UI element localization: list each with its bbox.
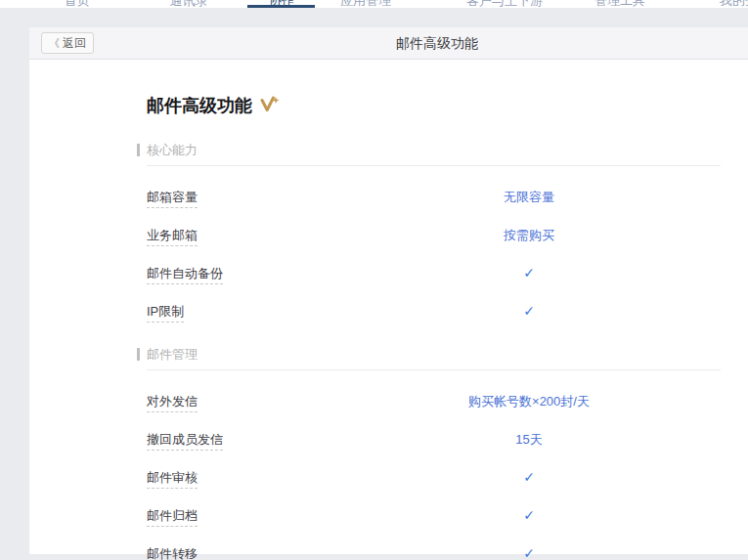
feature-row: 业务邮箱 按需购买	[147, 226, 721, 242]
back-chevron-icon: 《	[49, 36, 60, 51]
page-header: 《 返回 邮件高级功能	[29, 27, 748, 60]
back-button[interactable]: 《 返回	[41, 32, 94, 54]
feature-label[interactable]: IP限制	[147, 304, 184, 323]
section-heading-text: 邮件高级功能	[147, 94, 252, 117]
feature-label[interactable]: 对外发信	[147, 394, 198, 412]
section-divider	[147, 165, 721, 166]
feature-row: 邮件转移 ✓	[147, 544, 721, 560]
check-icon: ✓	[523, 265, 535, 280]
feature-row: 撤回成员发信 15天	[147, 430, 721, 447]
nav-tab-customers[interactable]: 客户与上下游	[466, 0, 543, 8]
nav-tab-tools[interactable]: 管理工具	[594, 0, 645, 8]
section-title: 核心能力	[147, 142, 198, 159]
nav-tab-home[interactable]: 首页	[65, 0, 90, 8]
active-tab-underline	[247, 5, 315, 8]
feature-row: 邮箱容量 无限容量	[147, 188, 721, 204]
section-heading: 邮件高级功能	[147, 95, 721, 116]
check-icon: ✓	[523, 507, 535, 523]
premium-gold-check-icon	[260, 96, 280, 117]
feature-label[interactable]: 邮件归档	[147, 508, 198, 527]
feature-value-link[interactable]: 无限容量	[504, 190, 554, 204]
section-bar	[137, 144, 140, 156]
check-icon: ✓	[523, 469, 535, 485]
feature-value-link[interactable]: 按需购买	[504, 228, 554, 242]
feature-row: 对外发信 购买帐号数×200封/天	[147, 392, 721, 409]
feature-label[interactable]: 邮件转移	[147, 546, 198, 560]
nav-tab-contacts[interactable]: 通讯录	[170, 0, 208, 8]
back-button-label: 返回	[63, 35, 86, 52]
email-advanced-settings-page: 首页 通讯录 协作 应用管理 客户与上下游 管理工具 我的企业 《 返回 邮件高…	[0, 0, 748, 560]
feature-label[interactable]: 邮件自动备份	[147, 266, 223, 284]
nav-tab-apps[interactable]: 应用管理	[340, 0, 391, 8]
feature-label[interactable]: 邮箱容量	[147, 190, 198, 208]
feature-value-link[interactable]: 15天	[515, 432, 542, 447]
check-icon: ✓	[523, 303, 535, 319]
section-bar	[137, 348, 140, 361]
feature-value-link[interactable]: 购买帐号数×200封/天	[468, 394, 590, 409]
page-title: 邮件高级功能	[396, 27, 478, 59]
top-navigation: 首页 通讯录 协作 应用管理 客户与上下游 管理工具 我的企业	[0, 0, 748, 8]
section-title: 邮件管理	[147, 346, 198, 364]
feature-row: 邮件审核 ✓	[147, 468, 721, 485]
section-divider	[147, 369, 721, 370]
section-header-mail-mgmt: 邮件管理	[147, 348, 721, 361]
nav-tab-company[interactable]: 我的企业	[720, 0, 748, 8]
check-icon: ✓	[523, 545, 535, 560]
feature-label[interactable]: 业务邮箱	[147, 228, 198, 246]
feature-row: 邮件自动备份 ✓	[147, 264, 721, 280]
feature-label[interactable]: 邮件审核	[147, 470, 198, 489]
section-header-core: 核心能力	[147, 144, 721, 156]
content-panel: 邮件高级功能 核心能力 邮箱容量 无限容量 业务邮箱	[29, 60, 748, 554]
feature-row: IP限制 ✓	[147, 302, 721, 319]
feature-label[interactable]: 撤回成员发信	[147, 432, 223, 451]
feature-row: 邮件归档 ✓	[147, 506, 721, 523]
